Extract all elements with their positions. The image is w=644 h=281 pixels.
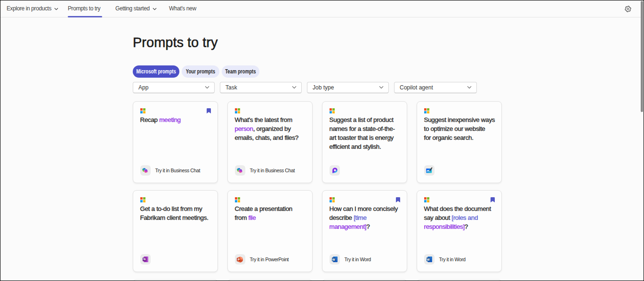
svg-text:W: W [427,258,430,261]
svg-text:P: P [238,257,240,261]
svg-text:W: W [332,258,335,261]
svg-text:N: N [143,257,145,261]
